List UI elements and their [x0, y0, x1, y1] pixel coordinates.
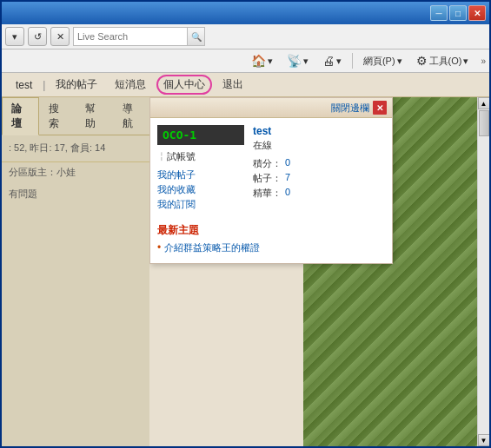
- tab-bar: 論壇 搜索 幫助 導航: [2, 97, 149, 135]
- elite-value: 0: [285, 187, 290, 200]
- rss-icon: 📡: [287, 54, 302, 68]
- webpage-arrow: ▾: [397, 56, 402, 67]
- nav-menu-bar: test | 我的帖子 短消息 個人中心 退出: [2, 73, 489, 97]
- nav-logout[interactable]: 退出: [216, 75, 250, 95]
- popup-left-section: OCO-1 ╎試帳號 我的帖子 我的收藏 我的訂閱: [157, 125, 244, 213]
- elite-label: 精華：: [253, 187, 282, 200]
- dropdown-btn[interactable]: ▾: [5, 27, 24, 46]
- home-icon: 🏠: [251, 54, 266, 68]
- tab-search[interactable]: 搜索: [39, 97, 76, 135]
- user-name-link[interactable]: test: [253, 125, 385, 137]
- popup-close-button[interactable]: ✕: [373, 101, 387, 115]
- scroll-thumb[interactable]: [479, 110, 489, 136]
- window-frame: ─ □ ✕ ▾ ↺ ✕ 🔍 🏠 ▾ 📡 ▾ 🖨 ▾ 網頁(P) ▾: [0, 0, 491, 448]
- scroll-track: [478, 109, 490, 434]
- popup-right-section: test 在線 積分： 0 帖子： 7 精華： 0: [253, 125, 385, 213]
- toolbar-sep1: [352, 53, 353, 69]
- score-label: 積分：: [253, 157, 282, 170]
- sidebar-stats: : 52, 昨日: 17, 會員: 14: [2, 135, 149, 161]
- address-bar-area: ▾ ↺ ✕ 🔍: [2, 24, 489, 49]
- toolbar-expand[interactable]: »: [481, 56, 486, 66]
- print-btn[interactable]: 🖨 ▾: [317, 51, 347, 70]
- user-posts-row: 帖子： 7: [253, 172, 385, 185]
- tab-forum[interactable]: 論壇: [2, 97, 39, 135]
- rss-btn-arrow: ▾: [303, 56, 309, 67]
- toolbar-area: 🏠 ▾ 📡 ▾ 🖨 ▾ 網頁(P) ▾ ⚙ 工具(O) ▾ »: [2, 49, 489, 73]
- posts-value: 7: [285, 172, 290, 185]
- user-elite-row: 精華： 0: [253, 187, 385, 200]
- left-panel: 論壇 搜索 幫助 導航 : 52, 昨日: 17, 會員: 14 分區版主：小娃…: [2, 97, 149, 446]
- user-score-row: 積分： 0: [253, 157, 385, 170]
- tools-label: 工具(O): [429, 55, 462, 68]
- nav-my-posts[interactable]: 我的帖子: [49, 75, 104, 95]
- tools-icon: ⚙: [416, 54, 428, 68]
- sidebar-divider: 分區版主：小娃: [2, 161, 149, 182]
- scroll-up-arrow[interactable]: ▲: [478, 97, 490, 109]
- popup-close-sidebar-link[interactable]: 關閉邊欄: [156, 102, 369, 115]
- right-panel: 關閉邊欄 ✕ OCO-1 ╎試帳號 我的帖子 我的收藏 我的訂閱 t: [149, 97, 477, 446]
- latest-item-text-0: 介紹群益策略王的權證: [164, 241, 260, 254]
- window-scrollbar: ▲ ▼: [477, 97, 489, 446]
- scroll-down-arrow[interactable]: ▼: [478, 434, 490, 446]
- tab-nav[interactable]: 導航: [113, 97, 150, 135]
- home-btn[interactable]: 🏠 ▾: [246, 51, 278, 70]
- popup-body: OCO-1 ╎試帳號 我的帖子 我的收藏 我的訂閱 test 在線 積分： 0: [150, 118, 392, 220]
- search-input[interactable]: [74, 28, 187, 45]
- tools-arrow: ▾: [463, 56, 468, 67]
- popup-panel: 關閉邊欄 ✕ OCO-1 ╎試帳號 我的帖子 我的收藏 我的訂閱 t: [149, 97, 393, 264]
- main-area: 論壇 搜索 幫助 導航 : 52, 昨日: 17, 會員: 14 分區版主：小娃…: [2, 97, 489, 446]
- stats-text: : 52, 昨日: 17, 會員: 14: [9, 142, 105, 153]
- nav-messages[interactable]: 短消息: [108, 75, 153, 95]
- maximize-button[interactable]: □: [449, 5, 467, 21]
- forum-subtitle: ╎試帳號: [157, 150, 244, 163]
- my-posts-link[interactable]: 我的帖子: [157, 168, 244, 181]
- refresh-btn[interactable]: ↺: [28, 27, 47, 46]
- my-subscriptions-link[interactable]: 我的訂閱: [157, 198, 244, 211]
- latest-title: 最新主題: [157, 223, 385, 238]
- print-btn-arrow: ▾: [336, 56, 342, 67]
- forum-logo: OCO-1: [157, 125, 244, 145]
- nav-personal-center[interactable]: 個人中心: [156, 75, 212, 95]
- popup-header: 關閉邊欄 ✕: [150, 98, 392, 118]
- search-button[interactable]: 🔍: [187, 28, 204, 45]
- user-status: 在線: [253, 139, 385, 152]
- latest-item-0[interactable]: • 介紹群益策略王的權證: [157, 241, 385, 254]
- sidebar-footer-text: 有問題: [9, 188, 37, 199]
- posts-label: 帖子：: [253, 172, 282, 185]
- nav-sep1: |: [43, 79, 45, 91]
- bullet-icon-0: •: [157, 241, 161, 254]
- minimize-button[interactable]: ─: [430, 5, 448, 21]
- stop-btn[interactable]: ✕: [50, 27, 70, 46]
- rss-btn[interactable]: 📡 ▾: [282, 51, 314, 70]
- webpage-label: 網頁(P): [363, 55, 395, 68]
- home-btn-arrow: ▾: [268, 56, 273, 67]
- print-icon: 🖨: [322, 54, 335, 68]
- search-box-container: 🔍: [73, 27, 205, 46]
- webpage-btn[interactable]: 網頁(P) ▾: [358, 52, 408, 70]
- title-bar: ─ □ ✕: [2, 2, 489, 24]
- my-favorites-link[interactable]: 我的收藏: [157, 183, 244, 196]
- score-value: 0: [285, 157, 290, 170]
- sidebar-footer: 有問題: [2, 182, 149, 206]
- tools-btn[interactable]: ⚙ 工具(O) ▾: [411, 51, 474, 70]
- latest-section: 最新主題 • 介紹群益策略王的權證: [150, 220, 392, 263]
- divider-label: 分區版主：小娃: [9, 167, 76, 177]
- title-bar-buttons: ─ □ ✕: [430, 5, 486, 21]
- close-button[interactable]: ✕: [468, 5, 486, 21]
- nav-username[interactable]: test: [9, 76, 39, 94]
- tab-help[interactable]: 幫助: [76, 97, 113, 135]
